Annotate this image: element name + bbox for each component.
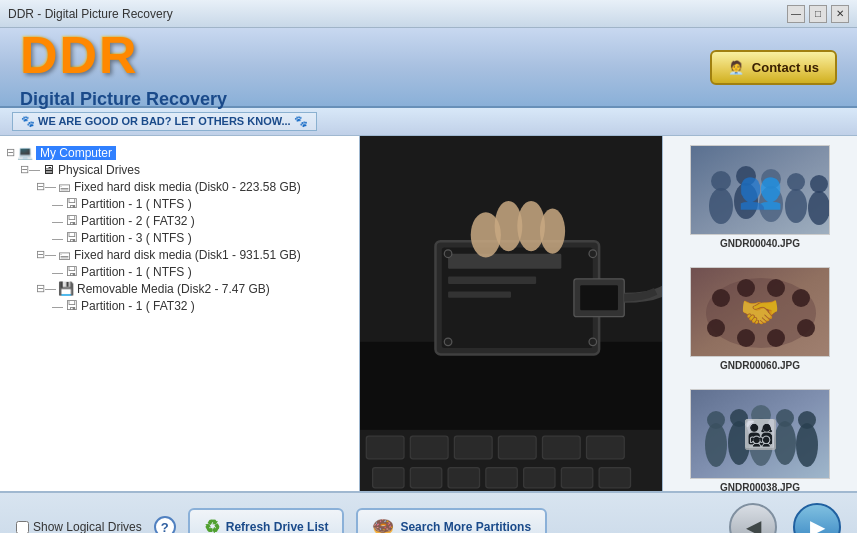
svg-point-34 [709,188,733,224]
refresh-drive-button[interactable]: ♻ Refresh Drive List [188,508,345,533]
minimize-button[interactable]: — [787,5,805,23]
tree-label-disk1: Fixed hard disk media (Disk1 - 931.51 GB… [74,248,301,262]
disk0-icon: 🖴 [58,179,71,194]
tree-node-disk0p1[interactable]: — 🖫 Partition - 1 ( NTFS ) [52,195,355,212]
svg-rect-26 [448,468,479,488]
svg-point-36 [734,183,758,219]
tree-node-disk0[interactable]: ⊟— 🖴 Fixed hard disk media (Disk0 - 223.… [36,178,355,195]
hdd-preview-image [360,136,662,491]
svg-rect-27 [486,468,517,488]
bottom-nav-controls: ◀ ▶ [729,503,841,533]
prev-button[interactable]: ◀ [729,503,777,533]
contact-button[interactable]: 🧑‍💼 Contact us [710,50,837,85]
tree-dash: ⊟— [20,163,40,176]
svg-rect-32 [691,146,830,235]
svg-point-45 [712,289,730,307]
svg-point-10 [589,250,597,258]
tree-node-disk2p1[interactable]: — 🖫 Partition - 1 ( FAT32 ) [52,297,355,314]
svg-point-61 [774,421,796,465]
thumbnail-item-38[interactable]: GNDR00038.JPG [667,384,853,491]
thumbnail-item-60[interactable]: GNDR00060.JPG [667,262,853,376]
tree-label-disk0p2: Partition - 2 ( FAT32 ) [81,214,195,228]
svg-point-35 [736,166,756,186]
app-title: Digital Picture Recovery [20,89,227,110]
svg-point-16 [540,208,565,253]
tree-dash: ⊟— [36,248,56,261]
header: DDR Digital Picture Recovery 🧑‍💼 Contact… [0,28,857,108]
search-partitions-button[interactable]: 🍩 Search More Partitions [356,508,547,533]
thumbnail-filename-60: GNDR00060.JPG [672,360,848,371]
play-button[interactable]: ▶ [793,503,841,533]
disk2-icon: 💾 [58,281,74,296]
tree-label-disk1p1: Partition - 1 ( NTFS ) [81,265,192,279]
close-button[interactable]: ✕ [831,5,849,23]
thumbnail-item-40[interactable]: GNDR00040.JPG [667,140,853,254]
svg-point-9 [444,250,452,258]
show-logical-drives-label[interactable]: Show Logical Drives [16,520,142,533]
banner-text: 🐾 WE ARE GOOD OR BAD? LET OTHERS KNOW...… [12,112,317,131]
svg-rect-23 [587,436,625,459]
play-icon: ▶ [810,515,825,533]
svg-rect-6 [448,254,561,269]
contact-icon: 🧑‍💼 [728,60,744,75]
tree-label-mycomputer: My Computer [36,146,116,160]
svg-rect-19 [410,436,448,459]
contact-label: Contact us [752,60,819,75]
thumbnail-image-38 [690,389,830,479]
tree-node-disk1[interactable]: ⊟— 🖴 Fixed hard disk media (Disk1 - 931.… [36,246,355,263]
help-button[interactable]: ? [154,516,176,533]
tree-expand-icon: ⊟ [6,146,15,159]
tree-dash: ⊟— [36,180,56,193]
svg-point-50 [767,329,785,347]
maximize-button[interactable]: □ [809,5,827,23]
tree-label-disk2p1: Partition - 1 ( FAT32 ) [81,299,195,313]
title-bar-buttons: — □ ✕ [787,5,849,23]
header-logo-area: DDR Digital Picture Recovery [20,25,227,110]
disk2p1-icon: 🖫 [65,298,78,313]
prev-icon: ◀ [746,515,761,533]
svg-point-48 [792,289,810,307]
tree-label-disk0p1: Partition - 1 ( NTFS ) [81,197,192,211]
svg-rect-30 [599,468,630,488]
svg-point-52 [707,319,725,337]
svg-rect-22 [542,436,580,459]
tree-dash: — [52,215,63,227]
tree-dash: — [52,198,63,210]
svg-point-49 [797,319,815,337]
svg-point-39 [787,173,805,191]
banner: 🐾 WE ARE GOOD OR BAD? LET OTHERS KNOW...… [0,108,857,136]
tree-dash: — [52,300,63,312]
title-bar-text: DDR - Digital Picture Recovery [8,7,173,21]
svg-point-58 [751,405,771,425]
show-logical-drives-text: Show Logical Drives [33,520,142,533]
svg-rect-24 [373,468,404,488]
disk0p1-icon: 🖫 [65,196,78,211]
preview-panel [360,136,662,491]
tree-dash: — [52,266,63,278]
computer-icon: 💻 [17,145,33,160]
tree-node-physdrives[interactable]: ⊟— 🖥 Physical Drives [20,161,355,178]
svg-point-57 [728,421,750,465]
disk0p3-icon: 🖫 [65,230,78,245]
tree-node-disk0p2[interactable]: — 🖫 Partition - 2 ( FAT32 ) [52,212,355,229]
svg-rect-28 [524,468,555,488]
tree-node-mycomputer[interactable]: ⊟ 💻 My Computer [6,144,355,161]
svg-point-59 [749,418,773,466]
show-logical-drives-checkbox[interactable] [16,521,29,534]
banner-icon-left: 🐾 [21,115,35,127]
tree-node-disk0p3[interactable]: — 🖫 Partition - 3 ( NTFS ) [52,229,355,246]
svg-point-41 [810,175,828,193]
disk1p1-icon: 🖫 [65,264,78,279]
search-icon: 🍩 [372,516,394,533]
thumbnail-filename-38: GNDR00038.JPG [672,482,848,491]
svg-point-42 [808,191,830,225]
tree-node-disk1p1[interactable]: — 🖫 Partition - 1 ( NTFS ) [52,263,355,280]
svg-rect-29 [561,468,592,488]
svg-point-55 [705,423,727,467]
svg-rect-18 [366,436,404,459]
tree-label-physdrives: Physical Drives [58,163,140,177]
thumbnail-panel: GNDR00040.JPG [662,136,857,491]
tree-node-disk2[interactable]: ⊟— 💾 Removable Media (Disk2 - 7.47 GB) [36,280,355,297]
svg-point-51 [737,329,755,347]
svg-point-38 [759,186,783,222]
